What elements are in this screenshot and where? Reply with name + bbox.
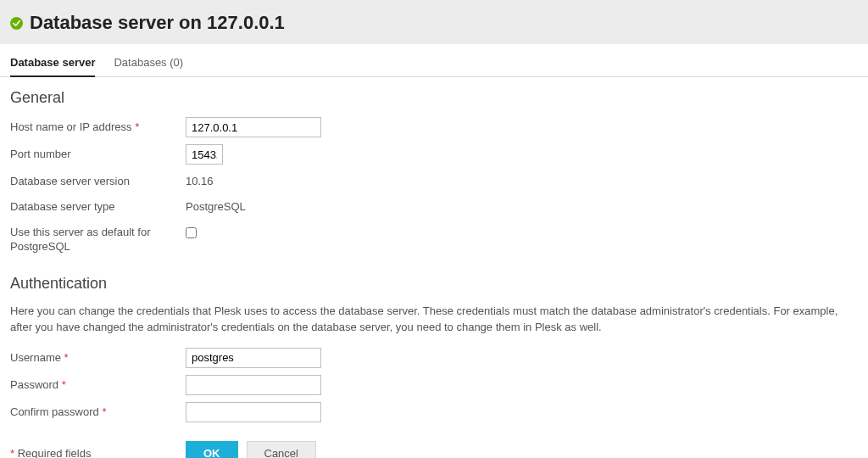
label-port: Port number: [10, 144, 186, 162]
input-password[interactable]: [186, 375, 321, 395]
label-type: Database server type: [10, 197, 186, 215]
label-password-text: Password: [10, 378, 58, 391]
cancel-button[interactable]: Cancel: [247, 441, 316, 458]
label-default: Use this server as default for PostgreSQ…: [10, 222, 186, 254]
section-title-auth: Authentication: [10, 275, 858, 293]
row-port: Port number: [10, 144, 858, 165]
required-asterisk: *: [135, 120, 139, 133]
tab-databases[interactable]: Databases (0): [114, 56, 183, 76]
label-confirm-password-text: Confirm password: [10, 405, 99, 418]
required-fields-text: Required fields: [14, 447, 91, 458]
row-host: Host name or IP address *: [10, 117, 858, 137]
row-password: Password *: [10, 375, 858, 395]
row-version: Database server version 10.16: [10, 171, 858, 190]
row-default: Use this server as default for PostgreSQ…: [10, 222, 858, 254]
status-ok-icon: [10, 17, 23, 30]
input-username[interactable]: [186, 348, 321, 368]
input-host[interactable]: [186, 117, 321, 137]
checkbox-default[interactable]: [186, 227, 197, 238]
label-version: Database server version: [10, 171, 186, 189]
input-confirm-password[interactable]: [186, 402, 321, 422]
input-port[interactable]: [186, 144, 223, 165]
content: General Host name or IP address * Port n…: [0, 77, 868, 458]
page-title: Database server on 127.0.0.1: [30, 12, 285, 34]
ok-button[interactable]: OK: [186, 441, 238, 458]
row-username: Username *: [10, 348, 858, 368]
label-confirm-password: Confirm password *: [10, 402, 186, 420]
value-version: 10.16: [186, 171, 214, 187]
required-asterisk: *: [64, 351, 69, 364]
label-username: Username *: [10, 348, 186, 366]
label-host-text: Host name or IP address: [10, 120, 132, 133]
required-fields-note: * Required fields: [10, 447, 186, 458]
actions-row: * Required fields OK Cancel: [10, 441, 858, 458]
required-asterisk: *: [62, 378, 66, 391]
page-header: Database server on 127.0.0.1: [0, 0, 868, 44]
value-type: PostgreSQL: [186, 197, 246, 213]
auth-description: Here you can change the credentials that…: [10, 303, 858, 336]
label-password: Password *: [10, 375, 186, 393]
required-asterisk: *: [102, 405, 106, 418]
section-title-general: General: [10, 89, 858, 107]
row-confirm-password: Confirm password *: [10, 402, 858, 422]
tab-database-server[interactable]: Database server: [10, 56, 95, 77]
label-host: Host name or IP address *: [10, 117, 186, 135]
row-type: Database server type PostgreSQL: [10, 197, 858, 215]
tabs: Database server Databases (0): [0, 44, 868, 77]
label-username-text: Username: [10, 351, 61, 364]
